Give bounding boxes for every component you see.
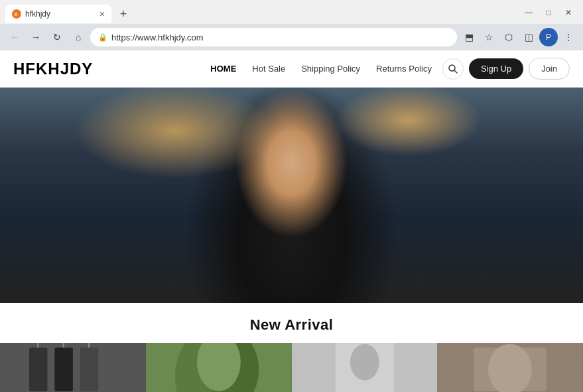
svg-point-17	[350, 344, 379, 381]
forward-button[interactable]: →	[27, 28, 45, 46]
nav-home[interactable]: HOME	[210, 64, 236, 74]
nav-returns-policy[interactable]: Returns Policy	[376, 64, 432, 74]
toolbar-actions: ⬒ ☆ ⬡ ◫ P ⋮	[460, 28, 578, 46]
tab-bar: h hfkhjdy × + — □ ✕	[0, 0, 583, 24]
nav-shipping-policy[interactable]: Shipping Policy	[301, 64, 360, 74]
active-tab[interactable]: h hfkhjdy ×	[5, 5, 111, 23]
address-bar[interactable]: 🔒 https://www.hfkhjdy.com	[90, 28, 457, 46]
menu-button[interactable]: ⋮	[559, 28, 578, 46]
minimize-button[interactable]: —	[519, 3, 538, 22]
search-button[interactable]	[442, 58, 464, 80]
svg-text:h: h	[15, 12, 17, 17]
product-thumb-1[interactable]	[0, 343, 146, 392]
url-text: https://www.hfkhjdy.com	[111, 33, 203, 42]
profile-button[interactable]: P	[539, 28, 558, 46]
split-button[interactable]: ◫	[519, 28, 538, 46]
new-tab-button[interactable]: +	[114, 5, 133, 23]
back-button[interactable]: ←	[5, 28, 24, 46]
site-logo: HFKHJDY	[13, 60, 93, 78]
svg-line-3	[454, 70, 457, 73]
svg-rect-5	[29, 348, 47, 391]
security-icon: 🔒	[98, 33, 107, 42]
bookmark-button[interactable]: ☆	[480, 28, 498, 46]
nav-links: HOME Hot Sale Shipping Policy Returns Po…	[210, 64, 432, 74]
new-arrival-title: New Arrival	[0, 316, 583, 334]
browser-window: h hfkhjdy × + — □ ✕ ← → ↻ ⌂ 🔒 https://ww…	[0, 0, 583, 392]
tab-title: hfkhjdy	[25, 9, 50, 19]
maximize-button[interactable]: □	[539, 3, 558, 22]
product-thumb-4[interactable]	[437, 343, 583, 392]
hero-hair-overlay	[0, 88, 583, 303]
cast-button[interactable]: ⬒	[460, 28, 478, 46]
reload-button[interactable]: ↻	[48, 28, 66, 46]
nav-hot-sale[interactable]: Hot Sale	[252, 64, 285, 74]
home-button[interactable]: ⌂	[69, 28, 88, 46]
join-button[interactable]: Join	[529, 58, 570, 80]
svg-rect-7	[80, 348, 98, 391]
product-row	[0, 343, 583, 392]
product-thumb-3[interactable]	[292, 343, 438, 392]
hero-banner	[0, 88, 583, 303]
product-thumb-2[interactable]	[146, 343, 292, 392]
site-navbar: HFKHJDY HOME Hot Sale Shipping Policy Re…	[0, 50, 583, 88]
browser-toolbar: ← → ↻ ⌂ 🔒 https://www.hfkhjdy.com ⬒ ☆ ⬡ …	[0, 24, 583, 50]
window-controls: — □ ✕	[519, 3, 578, 25]
signup-button[interactable]: Sign Up	[469, 58, 523, 79]
website-content: HFKHJDY HOME Hot Sale Shipping Policy Re…	[0, 50, 583, 392]
new-arrival-section: New Arrival	[0, 303, 583, 343]
tab-close-button[interactable]: ×	[99, 9, 105, 19]
tab-favicon: h	[12, 9, 21, 19]
close-window-button[interactable]: ✕	[559, 3, 578, 22]
svg-rect-6	[54, 348, 72, 391]
extensions-button[interactable]: ⬡	[499, 28, 518, 46]
